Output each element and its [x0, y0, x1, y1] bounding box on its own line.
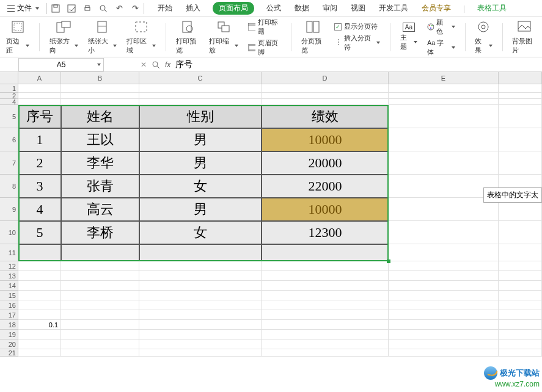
row-header[interactable]: 16 [0, 300, 18, 310]
cell[interactable] [262, 261, 389, 271]
cell[interactable] [139, 291, 262, 300]
theme-button[interactable]: Aa 主题 [400, 23, 417, 51]
cell[interactable] [499, 310, 542, 320]
cell[interactable] [18, 99, 61, 105]
cell[interactable] [262, 349, 389, 357]
cell[interactable] [18, 261, 61, 271]
cell[interactable]: 性别 [139, 105, 262, 128]
cell[interactable] [499, 93, 542, 99]
effects-button[interactable]: 效果 [475, 20, 492, 55]
cell[interactable] [262, 310, 389, 320]
cell[interactable] [389, 320, 499, 330]
col-header-a[interactable]: A [18, 72, 61, 84]
cell[interactable] [389, 339, 499, 349]
cell[interactable] [499, 281, 542, 291]
cell[interactable] [389, 300, 499, 310]
cell[interactable] [389, 93, 499, 99]
cell[interactable] [262, 281, 389, 291]
tab-page-layout[interactable]: 页面布局 [213, 2, 254, 15]
cell[interactable] [61, 300, 139, 310]
cell[interactable] [499, 349, 542, 357]
cell[interactable] [139, 261, 262, 271]
row-header[interactable]: 15 [0, 291, 18, 300]
color-button[interactable]: 颜色 [427, 18, 455, 36]
cell[interactable] [389, 261, 499, 271]
row-header[interactable]: 12 [0, 261, 18, 271]
cell[interactable] [499, 244, 542, 261]
cell[interactable] [499, 128, 542, 151]
cell[interactable] [18, 281, 61, 291]
cell[interactable] [139, 93, 262, 99]
cell[interactable] [61, 339, 139, 349]
col-header-b[interactable]: B [61, 72, 139, 84]
cell[interactable]: 男 [139, 151, 262, 175]
cell[interactable]: 男 [139, 198, 262, 221]
cell[interactable] [262, 300, 389, 310]
row-header[interactable]: 21 [0, 349, 18, 357]
cell[interactable] [499, 261, 542, 271]
row-header[interactable]: 19 [0, 330, 18, 339]
tab-insert[interactable]: 插入 [185, 2, 202, 15]
cell[interactable] [389, 349, 499, 357]
cell[interactable] [499, 271, 542, 281]
print-area-button[interactable]: 打印区域 [126, 20, 155, 55]
print-scale-button[interactable]: 打印缩放 [209, 20, 238, 55]
cell[interactable]: 高云 [61, 198, 139, 221]
cell[interactable] [139, 339, 262, 349]
page-break-preview-button[interactable]: 分页预览 [301, 20, 325, 55]
tab-developer[interactable]: 开发工具 [378, 2, 409, 15]
cell[interactable]: 序号 [18, 105, 61, 128]
cell[interactable] [61, 320, 139, 330]
row-header[interactable]: 18 [0, 320, 18, 330]
cell[interactable] [18, 339, 61, 349]
cell[interactable] [262, 93, 389, 99]
cell[interactable] [499, 300, 542, 310]
cell[interactable] [18, 271, 61, 281]
file-menu[interactable]: 文件 [4, 2, 43, 15]
cell[interactable] [262, 271, 389, 281]
cell[interactable]: 3 [18, 175, 61, 198]
print-preview-icon[interactable] [98, 4, 108, 13]
row-header[interactable]: 11 [0, 244, 18, 261]
cell[interactable] [61, 99, 139, 105]
row-header[interactable]: 6 [0, 128, 18, 151]
cell[interactable] [139, 244, 262, 261]
cell[interactable]: 5 [18, 221, 61, 244]
cell[interactable]: 10000 [262, 128, 389, 151]
cell[interactable] [139, 271, 262, 281]
row-header[interactable]: 7 [0, 151, 18, 175]
undo-icon[interactable]: ↶ [114, 4, 124, 13]
header-footer-button[interactable]: 页眉页脚 [248, 38, 281, 57]
insert-page-break-button[interactable]: 插入分页符 [334, 34, 380, 52]
cell[interactable] [18, 84, 61, 93]
cell[interactable] [389, 221, 499, 244]
cell[interactable] [499, 151, 542, 175]
cell[interactable]: 李桥 [61, 221, 139, 244]
tab-home[interactable]: 开始 [156, 2, 174, 15]
cell[interactable] [61, 84, 139, 93]
cell[interactable] [139, 300, 262, 310]
cell[interactable] [389, 291, 499, 300]
cell[interactable]: 女 [139, 221, 262, 244]
cell[interactable] [18, 349, 61, 357]
cell[interactable]: 姓名 [61, 105, 139, 128]
cell[interactable] [139, 310, 262, 320]
fx-icon[interactable]: fx [165, 60, 170, 69]
tab-view[interactable]: 视图 [350, 2, 367, 15]
cell[interactable] [262, 244, 389, 261]
background-button[interactable]: 背景图片 [512, 20, 536, 55]
row-header[interactable]: 5 [0, 105, 18, 128]
spreadsheet-grid[interactable]: A B C D E 1245序号姓名性别绩效61王以男1000072李华男200… [0, 72, 542, 357]
cell[interactable]: 10000 [262, 198, 389, 221]
tab-data[interactable]: 数据 [293, 2, 310, 15]
cell[interactable] [389, 198, 499, 221]
cell[interactable]: 绩效 [262, 105, 389, 128]
redo-icon[interactable]: ↷ [130, 4, 140, 13]
print-preview-button[interactable]: 打印预览 [176, 20, 200, 55]
zoom-icon[interactable] [152, 60, 160, 69]
col-header-d[interactable]: D [262, 72, 389, 84]
show-page-breaks-checkbox[interactable]: ✓显示分页符 [334, 22, 380, 31]
cell[interactable] [61, 261, 139, 271]
cell[interactable] [139, 349, 262, 357]
row-header[interactable]: 8 [0, 175, 18, 198]
